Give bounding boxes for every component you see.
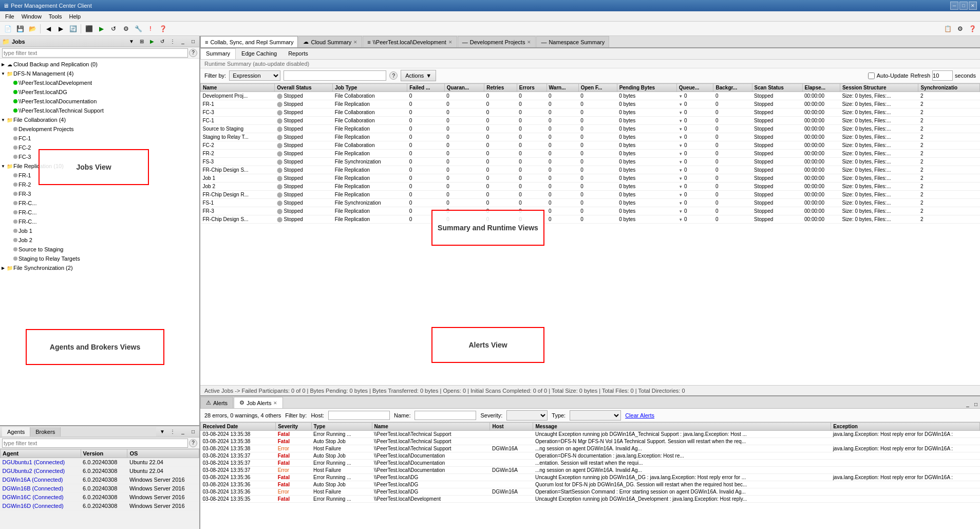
grid-row[interactable]: FS-1 ⬤ Stopped File Synchronization 0 0 … (201, 199, 980, 207)
filter-text-input[interactable] (284, 70, 386, 81)
tree-item-fr3[interactable]: FR-3 (0, 189, 199, 198)
grid-row[interactable]: Development Proj... ⬤ Stopped File Colla… (201, 92, 980, 100)
alert-row[interactable]: 03-08-2024 13:35:37 Fatal Error Running … (201, 460, 980, 467)
grid-row[interactable]: FC-3 ⬤ Stopped File Collaboration 0 0 0 … (201, 108, 980, 117)
toolbar-right-btn2[interactable]: ⚙ (954, 23, 966, 34)
grid-row[interactable]: FR-Chip Design R... ⬤ Stopped File Repli… (201, 191, 980, 199)
grid-row[interactable]: Staging to Relay T... ⬤ Stopped File Rep… (201, 133, 980, 141)
agent-row[interactable]: DGWin16A (Connected) 6.0.20240308 Window… (1, 476, 199, 484)
tree-item-source[interactable]: Source to Staging (0, 245, 199, 254)
tree-item-fr[interactable]: ▼ 📁 File Replication (10) (0, 161, 199, 171)
tab-agents[interactable]: Agents (2, 427, 30, 436)
tree-arrow-cloud[interactable]: ▶ (0, 62, 6, 67)
agents-filter-input[interactable] (2, 439, 188, 448)
jobs-restore-btn[interactable]: □ (189, 38, 197, 46)
toolbar-settings-btn[interactable]: ⚙ (120, 23, 131, 34)
agents-filter-btn[interactable]: ▼ (158, 428, 166, 436)
toolbar-right-btn1[interactable]: 📋 (942, 23, 953, 34)
menu-help[interactable]: Help (66, 12, 84, 21)
alerts-tab-jobalerts-close[interactable]: ✕ (273, 400, 277, 406)
inner-tab-summary[interactable]: Summary (200, 48, 236, 59)
toolbar-stop-btn[interactable]: ⬛ (83, 23, 95, 34)
tree-item-fs[interactable]: ▶ 📁 File Synchronization (2) (0, 263, 199, 272)
tree-item-fc2[interactable]: FC-2 (0, 143, 199, 152)
clear-alerts-link[interactable]: Clear Alerts (625, 412, 654, 418)
toolbar-forward-btn[interactable]: ▶ (55, 23, 66, 34)
tab-devprojects-close[interactable]: ✕ (527, 40, 531, 45)
alert-row[interactable]: 03-08-2024 13:35:35 Fatal Error Running … (201, 496, 980, 503)
tree-item-fc[interactable]: ▼ 📁 File Collaboration (4) (0, 115, 199, 124)
minimize-button[interactable]: ─ (950, 2, 958, 10)
inner-tab-reports[interactable]: Reports (282, 48, 314, 59)
alerts-collapse-btn[interactable]: _ (964, 400, 972, 408)
grid-row[interactable]: FS-3 ⬤ Stopped File Synchronization 0 0 … (201, 158, 980, 166)
toolbar-start-btn[interactable]: ▶ (96, 23, 107, 34)
toolbar-alert-btn[interactable]: ! (145, 23, 156, 34)
grid-row[interactable]: FR-3 ⬤ Stopped File Replication 0 0 0 0 … (201, 207, 980, 215)
agent-row[interactable]: DGWin16D (Connected) 6.0.20240308 Window… (1, 502, 199, 510)
tree-item-fr-c3[interactable]: FR-C... (0, 217, 199, 226)
agent-row[interactable]: DGWin16C (Connected) 6.0.20240308 Window… (1, 493, 199, 502)
toolbar-config-btn[interactable]: 🔧 (133, 23, 144, 34)
actions-button[interactable]: Actions ▼ (401, 70, 436, 81)
jobs-reload-btn[interactable]: ↺ (158, 38, 166, 46)
alert-row[interactable]: 03-08-2024 13:35:36 Fatal Auto Stop Job … (201, 481, 980, 488)
toolbar-reload-btn[interactable]: ↺ (108, 23, 119, 34)
agents-options-btn[interactable]: ⋮ (168, 428, 177, 436)
alert-row[interactable]: 03-08-2024 13:35:37 Fatal Auto Stop Job … (201, 452, 980, 460)
jobs-collapse-btn[interactable]: _ (179, 38, 187, 46)
inner-tab-edgecaching[interactable]: Edge Caching (236, 48, 282, 59)
jobs-start-btn[interactable]: ▶ (148, 38, 156, 46)
tree-item-dfs-doc[interactable]: \\PeerTest.local\Documentation (0, 97, 199, 106)
grid-row[interactable]: Job 2 ⬤ Stopped File Replication 0 0 0 0… (201, 183, 980, 191)
tab-brokers[interactable]: Brokers (30, 427, 61, 436)
agents-restore-btn[interactable]: □ (189, 428, 197, 436)
grid-row[interactable]: FR-Chip Design S... ⬤ Stopped File Repli… (201, 215, 980, 224)
tree-item-cloud[interactable]: ▶ ☁ Cloud Backup and Replication (0) (0, 60, 199, 69)
tab-dev[interactable]: ≡ \\PeerTest.local\Development ✕ (363, 36, 457, 47)
tree-item-fr2[interactable]: FR-2 (0, 180, 199, 189)
toolbar-back-btn[interactable]: ◀ (43, 23, 54, 34)
refresh-value-input[interactable]: 10 (932, 70, 953, 81)
alerts-name-filter[interactable] (414, 411, 476, 420)
toolbar-right-btn3[interactable]: ❓ (967, 23, 978, 34)
tree-arrow-dfs[interactable]: ▼ (0, 71, 6, 76)
alert-row[interactable]: 03-08-2024 13:35:38 Fatal Auto Stop Job … (201, 438, 980, 445)
alert-row[interactable]: 03-08-2024 13:35:36 Error Host Failure \… (201, 488, 980, 496)
menu-file[interactable]: File (2, 12, 17, 21)
toolbar-new-btn[interactable]: 📄 (2, 23, 13, 34)
tree-item-fc-devproj[interactable]: Development Projects (0, 124, 199, 134)
toolbar-save-btn[interactable]: 💾 (14, 23, 26, 34)
agent-row[interactable]: DGUbuntu1 (Connected) 6.0.20240308 Ubunt… (1, 458, 199, 467)
tree-item-dfs-tech[interactable]: \\PeerTest.local\Technical Support (0, 106, 199, 115)
agent-row[interactable]: DGWin16B (Connected) 6.0.20240308 Window… (1, 484, 199, 493)
tree-item-fc1[interactable]: FC-1 (0, 134, 199, 143)
tree-item-dfs[interactable]: ▼ 📁 DFS-N Management (4) (0, 69, 199, 78)
jobs-filter-input[interactable] (2, 48, 188, 58)
tree-item-job1[interactable]: Job 1 (0, 226, 199, 235)
alerts-type-select[interactable] (570, 410, 621, 421)
tree-item-fr1[interactable]: FR-1 (0, 171, 199, 180)
menu-window[interactable]: Window (18, 12, 45, 21)
agent-row[interactable]: DGUbuntu2 (Connected) 6.0.20240308 Ubunt… (1, 467, 199, 476)
tree-item-dfs-dg[interactable]: \\PeerTest.local\DG (0, 87, 199, 97)
tree-item-job2[interactable]: Job 2 (0, 235, 199, 245)
grid-row[interactable]: FR-2 ⬤ Stopped File Replication 0 0 0 0 … (201, 150, 980, 158)
tree-item-dfs-dev[interactable]: \\PeerTest.local\Development (0, 78, 199, 87)
grid-row[interactable]: Source to Staging ⬤ Stopped File Replica… (201, 125, 980, 133)
grid-row[interactable]: FR-1 ⬤ Stopped File Replication 0 0 0 0 … (201, 100, 980, 108)
agents-collapse-btn[interactable]: _ (179, 428, 187, 436)
grid-row[interactable]: FC-1 ⬤ Stopped File Collaboration 0 0 0 … (201, 117, 980, 125)
tree-item-staging[interactable]: Staging to Relay Targets (0, 254, 199, 263)
maximize-button[interactable]: □ (959, 2, 968, 10)
jobs-filter-btn[interactable]: ▼ (127, 38, 136, 46)
grid-row[interactable]: FC-2 ⬤ Stopped File Collaboration 0 0 0 … (201, 141, 980, 150)
alert-row[interactable]: 03-08-2024 13:35:38 Fatal Error Running … (201, 431, 980, 438)
tree-item-fc3[interactable]: FC-3 (0, 152, 199, 161)
jobs-options-btn[interactable]: ⋮ (168, 38, 177, 46)
toolbar-open-btn[interactable]: 📂 (27, 23, 38, 34)
tree-arrow-fc[interactable]: ▼ (0, 118, 6, 122)
agents-help-btn[interactable]: ? (189, 439, 197, 447)
filter-help-btn[interactable]: ? (389, 71, 398, 80)
tab-cloud[interactable]: ☁ Cloud Summary ✕ (298, 36, 362, 47)
